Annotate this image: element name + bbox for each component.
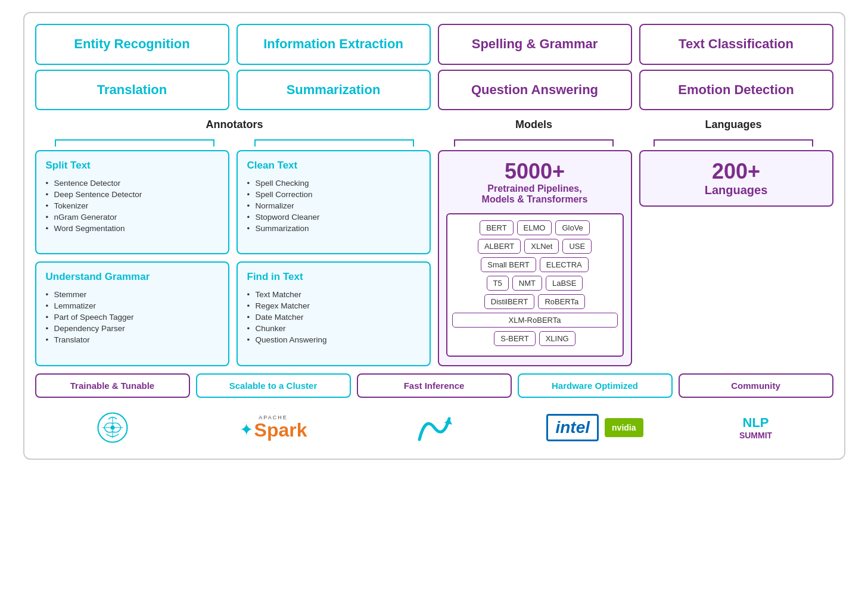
annotator-item: Translator [46,334,219,345]
languages-label: Languages [634,116,833,133]
annotator-title: Understand Grammar [46,271,219,283]
model-row: BERTELMOGloVe [452,220,618,235]
top-grid-row1: Entity RecognitionInformation Extraction… [35,24,833,65]
nlpsummit-icon: NLP SUMMIT [739,404,772,451]
bracket-languages [634,133,833,145]
main-container: Entity RecognitionInformation Extraction… [23,12,845,460]
model-tag-t5: T5 [487,276,509,291]
model-tag-roberta: RoBERTa [538,294,585,309]
annotator-item: Normalizer [247,200,420,211]
annotator-title: Split Text [46,160,219,172]
annotator-box-split-text: Split TextSentence DetectorDeep Sentence… [35,150,229,254]
annotator-item: Stemmer [46,289,219,300]
model-row: ALBERTXLNetUSE [452,239,618,254]
task-box-text-classification: Text Classification [639,24,833,65]
annotator-item: Text Matcher [247,289,420,300]
languages-label-text: Languages [705,183,768,197]
model-tag-s-bert: S-BERT [494,331,535,346]
model-tag-elmo: ELMO [517,220,552,235]
annotator-item: Deep Sentence Detector [46,189,219,200]
task-box-spelling-&-grammar: Spelling & Grammar [438,24,632,65]
annotator-item: Tokenizer [46,200,219,211]
task-box-translation: Translation [35,70,229,111]
task-box-entity-recognition: Entity Recognition [35,24,229,65]
model-tag-xlm-roberta: XLM-RoBERTa [452,313,618,328]
model-row: T5NMTLaBSE [452,276,618,291]
outer-border: Entity RecognitionInformation Extraction… [23,12,845,460]
annotator-item: Word Segmentation [46,223,219,234]
model-tag-nmt: NMT [512,276,542,291]
top-grid-row2: TranslationSummarizationQuestion Answeri… [35,70,833,111]
summit-text: SUMMIT [739,431,772,440]
task-box-information-extraction: Information Extraction [237,24,431,65]
annotator-item: Lemmatizer [46,300,219,311]
model-row: S-BERTXLING [452,331,618,346]
spark-text: Spark [254,420,307,440]
nlp-text: NLP [739,415,772,431]
bracket-models [434,133,634,145]
badge-col-arrow: Fast Inference [357,373,512,451]
annotator-title: Clean Text [247,160,420,172]
badge-col-spark: Scalable to a Cluster APACHE ✦ Spark [196,373,351,451]
spark-icon: APACHE ✦ Spark [239,404,307,451]
models-label: Models [434,116,634,133]
languages-box: 200+ Languages [639,150,833,207]
annotator-item: Chunker [247,323,420,334]
annotator-item: Date Matcher [247,311,420,323]
model-tag-electra: ELECTRA [540,257,589,272]
spark-star: ✦ [239,422,253,438]
brain-icon [92,404,133,451]
models-box: 5000+ Pretrained Pipelines,Models & Tran… [438,150,632,366]
task-box-summarization: Summarization [237,70,431,111]
hardware-icon: intel nvidia [546,404,643,451]
annotator-box-clean-text: Clean TextSpell CheckingSpell Correction… [237,150,431,254]
model-row: XLM-RoBERTa [452,313,618,328]
model-tag-glove: GloVe [555,220,589,235]
svg-marker-4 [444,419,452,425]
badge-col-brain: Trainable & Tunable [35,373,190,451]
intel-logo: intel [546,414,599,441]
model-row: Small BERTELECTRA [452,257,618,272]
annotator-box-understand-grammar: Understand GrammarStemmerLemmatizerPart … [35,261,229,366]
models-count: 5000+ [446,160,624,183]
model-tag-small-bert: Small BERT [481,257,536,272]
annotator-item: Regex Matcher [247,300,420,311]
badge-label-brain: Trainable & Tunable [35,373,190,398]
task-box-emotion-detection: Emotion Detection [639,70,833,111]
annotator-title: Find in Text [247,271,420,283]
badge-label-hardware: Hardware Optimized [518,373,673,398]
nvidia-logo: nvidia [605,418,643,437]
annotator-box-find-in-text: Find in TextText MatcherRegex MatcherDat… [237,261,431,366]
badge-col-nlpsummit: Community NLP SUMMIT [679,373,833,451]
model-tag-labse: LaBSE [546,276,583,291]
bracket-row [35,133,833,145]
annotator-item: Spell Correction [247,189,420,200]
svg-point-3 [110,425,114,429]
annotator-item: Sentence Detector [46,177,219,189]
annotator-item: Part of Speech Tagger [46,311,219,323]
section-labels: Annotators Models Languages [35,116,833,133]
models-section: 5000+ Pretrained Pipelines,Models & Tran… [438,150,632,366]
task-box-question-answering: Question Answering [438,70,632,111]
languages-count: 200+ [712,160,760,183]
badge-label-spark: Scalable to a Cluster [196,373,351,398]
middle-section: Split TextSentence DetectorDeep Sentence… [35,150,833,366]
badge-label-nlpsummit: Community [679,373,833,398]
bracket-annotators-left [35,133,235,145]
models-inner-box: BERTELMOGloVeALBERTXLNetUSESmall BERTELE… [446,213,624,357]
model-tag-use: USE [562,239,592,254]
languages-section: 200+ Languages [639,150,833,366]
model-tag-albert: ALBERT [478,239,521,254]
annotators-label: Annotators [35,116,434,133]
models-subtitle: Pretrained Pipelines,Models & Transforme… [446,183,624,205]
bracket-annotators-right [235,133,434,145]
model-tag-xling: XLING [539,331,575,346]
annotator-item: Summarization [247,223,420,234]
model-tag-distilbert: DistilBERT [484,294,535,309]
model-tag-bert: BERT [480,220,513,235]
model-tag-xlnet: XLNet [524,239,559,254]
model-row: DistilBERTRoBERTa [452,294,618,309]
annotator-item: Stopword Cleaner [247,211,420,223]
annotator-item: nGram Generator [46,211,219,223]
annotator-item: Spell Checking [247,177,420,189]
